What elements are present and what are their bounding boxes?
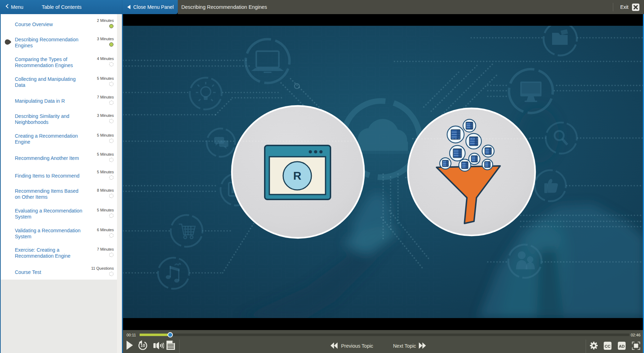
svg-text:CC: CC [605,344,611,348]
svg-text:AD: AD [619,344,625,348]
svg-text:10: 10 [140,343,145,348]
svg-text:R: R [293,169,301,182]
